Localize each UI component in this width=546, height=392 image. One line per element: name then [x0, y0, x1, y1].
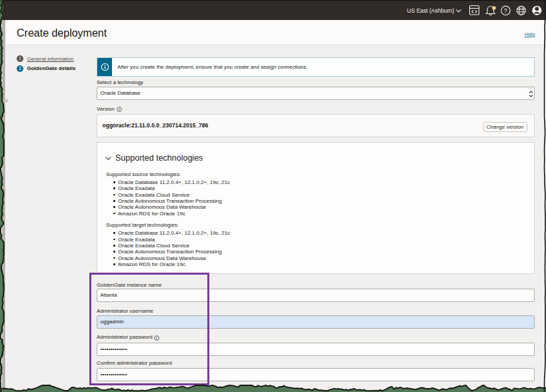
svg-text:?: ? — [504, 7, 507, 14]
